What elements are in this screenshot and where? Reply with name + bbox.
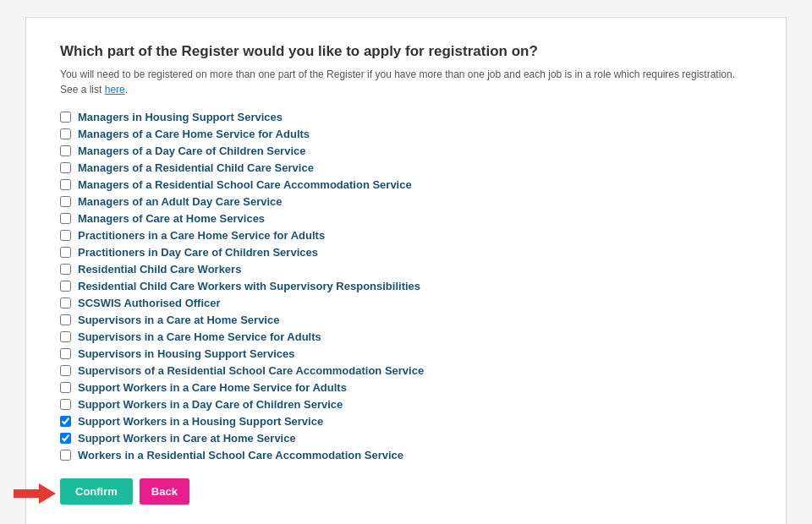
checkbox-label[interactable]: Supervisors of a Residential School Care… — [78, 364, 424, 377]
list-item: Managers of a Residential Child Care Ser… — [60, 161, 752, 174]
checkbox-label[interactable]: Supervisors in Housing Support Services — [78, 347, 294, 360]
svg-marker-0 — [14, 483, 56, 504]
list-item: Supervisors in Housing Support Services — [60, 347, 752, 360]
checkbox-label[interactable]: Support Workers in Care at Home Service — [78, 432, 296, 445]
checkbox-list: Managers in Housing Support ServicesMana… — [60, 111, 752, 461]
list-item: Supervisors of a Residential School Care… — [60, 364, 752, 377]
checkbox-cb12[interactable] — [60, 297, 71, 308]
checkbox-label[interactable]: Managers of a Residential Child Care Ser… — [78, 161, 314, 174]
checkbox-cb11[interactable] — [60, 281, 71, 292]
subtitle-text: You will need to be registered on more t… — [60, 68, 735, 96]
list-item: Support Workers in a Care Home Service f… — [60, 381, 752, 394]
checkbox-label[interactable]: Residential Child Care Workers with Supe… — [78, 280, 420, 292]
checkbox-cb3[interactable] — [60, 145, 71, 156]
arrow-indicator — [14, 481, 56, 506]
list-item: Managers of Care at Home Services — [60, 212, 752, 225]
checkbox-cb16[interactable] — [60, 365, 71, 376]
list-item: Managers in Housing Support Services — [60, 111, 752, 123]
question-title: Which part of the Register would you lik… — [60, 43, 752, 60]
checkbox-label[interactable]: Managers of an Adult Day Care Service — [78, 195, 283, 208]
checkbox-label[interactable]: Practitioners in a Care Home Service for… — [78, 229, 325, 242]
checkbox-cb2[interactable] — [60, 128, 71, 139]
list-item: Practitioners in Day Care of Children Se… — [60, 246, 752, 259]
list-item: SCSWIS Authorised Officer — [60, 297, 752, 309]
checkbox-cb1[interactable] — [60, 112, 71, 123]
checkbox-cb20[interactable] — [60, 433, 71, 444]
list-item: Managers of an Adult Day Care Service — [60, 195, 752, 208]
list-item: Supervisors in a Care at Home Service — [60, 314, 752, 326]
subtitle: You will need to be registered on more t… — [60, 67, 752, 97]
checkbox-cb14[interactable] — [60, 331, 71, 342]
subtitle-link[interactable]: here — [105, 84, 125, 96]
checkbox-cb13[interactable] — [60, 314, 71, 325]
confirm-button[interactable]: Confirm — [60, 478, 133, 505]
list-item: Residential Child Care Workers with Supe… — [60, 280, 752, 292]
checkbox-label[interactable]: Managers of Care at Home Services — [78, 212, 265, 225]
list-item: Supervisors in a Care Home Service for A… — [60, 330, 752, 343]
checkbox-cb8[interactable] — [60, 230, 71, 241]
checkbox-label[interactable]: Supervisors in a Care Home Service for A… — [78, 330, 321, 343]
buttons-row: Confirm Back — [60, 478, 752, 505]
checkbox-label[interactable]: Support Workers in a Housing Support Ser… — [78, 415, 323, 428]
checkbox-label[interactable]: Supervisors in a Care at Home Service — [78, 314, 279, 326]
list-item: Managers of a Care Home Service for Adul… — [60, 128, 752, 140]
checkbox-label[interactable]: Managers in Housing Support Services — [78, 111, 283, 123]
checkbox-label[interactable]: SCSWIS Authorised Officer — [78, 297, 221, 309]
list-item: Managers of a Residential School Care Ac… — [60, 178, 752, 191]
checkbox-cb17[interactable] — [60, 382, 71, 393]
checkbox-cb4[interactable] — [60, 162, 71, 173]
checkbox-cb5[interactable] — [60, 179, 71, 190]
checkbox-label[interactable]: Support Workers in a Care Home Service f… — [78, 381, 347, 394]
checkbox-cb15[interactable] — [60, 348, 71, 359]
checkbox-cb18[interactable] — [60, 399, 71, 410]
checkbox-label[interactable]: Workers in a Residential School Care Acc… — [78, 449, 403, 461]
checkbox-label[interactable]: Managers of a Residential School Care Ac… — [78, 178, 412, 191]
list-item: Support Workers in a Housing Support Ser… — [60, 415, 752, 428]
checkbox-label[interactable]: Residential Child Care Workers — [78, 263, 241, 276]
checkbox-cb7[interactable] — [60, 213, 71, 224]
list-item: Support Workers in Care at Home Service — [60, 432, 752, 445]
list-item: Managers of a Day Care of Children Servi… — [60, 145, 752, 157]
list-item: Practitioners in a Care Home Service for… — [60, 229, 752, 242]
checkbox-label[interactable]: Managers of a Care Home Service for Adul… — [78, 128, 310, 140]
list-item: Support Workers in a Day Care of Childre… — [60, 398, 752, 411]
checkbox-cb19[interactable] — [60, 416, 71, 427]
checkbox-cb6[interactable] — [60, 196, 71, 207]
page-container: Which part of the Register would you lik… — [25, 17, 787, 524]
list-item: Workers in a Residential School Care Acc… — [60, 449, 752, 461]
checkbox-label[interactable]: Practitioners in Day Care of Children Se… — [78, 246, 318, 259]
checkbox-label[interactable]: Managers of a Day Care of Children Servi… — [78, 145, 305, 157]
checkbox-cb10[interactable] — [60, 264, 71, 275]
checkbox-cb21[interactable] — [60, 450, 71, 461]
checkbox-cb9[interactable] — [60, 247, 71, 258]
back-button[interactable]: Back — [140, 478, 189, 505]
checkbox-label[interactable]: Support Workers in a Day Care of Childre… — [78, 398, 343, 411]
list-item: Residential Child Care Workers — [60, 263, 752, 276]
